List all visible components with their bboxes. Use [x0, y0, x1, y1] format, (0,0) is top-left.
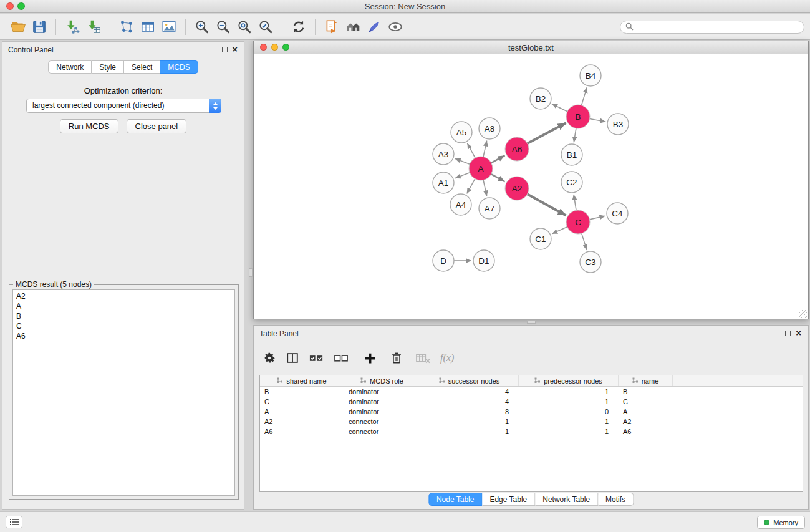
close-table-panel-icon[interactable]: × — [796, 327, 801, 339]
graph-node-A5[interactable]: A5 — [451, 122, 472, 143]
graph-node-D1[interactable]: D1 — [473, 250, 494, 271]
delete-row-trash-icon[interactable] — [390, 351, 403, 365]
export-document-icon[interactable] — [321, 17, 342, 37]
table-row[interactable]: A6connector11A6 — [260, 427, 803, 437]
graph-edge-C-C2[interactable] — [574, 195, 576, 210]
add-row-plus-icon[interactable] — [364, 352, 377, 365]
home-icon[interactable] — [342, 17, 364, 37]
graph-edge-A-A7[interactable] — [483, 180, 487, 196]
graph-node-C[interactable]: C — [566, 210, 590, 234]
graph-node-A1[interactable]: A1 — [433, 172, 454, 193]
split-pane-handle-horizontal[interactable] — [527, 320, 536, 324]
table-row[interactable]: A2connector11A2 — [260, 417, 803, 427]
float-table-panel-icon[interactable] — [785, 331, 791, 336]
import-table-from-file-icon[interactable] — [83, 17, 104, 37]
column-header-shared-name[interactable]: shared name — [260, 375, 344, 386]
graph-node-A7[interactable]: A7 — [479, 198, 500, 219]
split-pane-handle-vertical[interactable] — [249, 268, 253, 277]
graph-node-B[interactable]: B — [566, 105, 590, 128]
optimization-criterion-dropdown[interactable]: largest connected component (directed) — [26, 99, 221, 113]
delete-table-icon[interactable] — [415, 351, 431, 365]
graph-edge-C-C1[interactable] — [552, 227, 567, 234]
graph-edge-A-A6[interactable] — [491, 155, 505, 163]
result-item[interactable]: A — [13, 301, 234, 311]
graph-edge-B-B4[interactable] — [582, 87, 587, 105]
result-item[interactable]: C — [13, 321, 234, 331]
table-row[interactable]: Adominator80A — [260, 407, 803, 417]
column-chooser-icon[interactable] — [286, 351, 299, 365]
node-table[interactable]: shared name MCDS role successor nodes pr… — [259, 375, 803, 492]
graph-edge-B-B1[interactable] — [574, 128, 576, 143]
tab-edge-table[interactable]: Edge Table — [482, 493, 535, 506]
column-header-predecessor-nodes[interactable]: predecessor nodes — [519, 375, 619, 386]
minimize-network-window-button[interactable] — [271, 44, 278, 51]
tab-motifs[interactable]: Motifs — [598, 493, 634, 506]
graph-edge-A6-B[interactable] — [528, 123, 566, 143]
column-header-name[interactable]: name — [619, 375, 673, 386]
result-item[interactable]: A2 — [13, 291, 234, 301]
search-input[interactable] — [637, 23, 804, 32]
open-file-icon[interactable] — [7, 17, 29, 37]
graph-node-A6[interactable]: A6 — [505, 137, 529, 161]
tab-style[interactable]: Style — [92, 60, 124, 74]
graph-node-C2[interactable]: C2 — [561, 172, 582, 193]
zoom-in-icon[interactable] — [191, 17, 213, 37]
graph-node-A[interactable]: A — [469, 157, 493, 180]
import-network-from-file-icon[interactable] — [62, 17, 83, 37]
search-field[interactable] — [620, 21, 804, 34]
network-graph[interactable]: B4B2BB3A5A8A6B1A3AC2A1A2A4A7C4CC1C3DD1 — [254, 54, 808, 319]
new-table-icon[interactable] — [137, 17, 158, 37]
new-network-icon[interactable] — [116, 17, 137, 37]
close-panel-icon[interactable]: × — [232, 44, 238, 55]
refresh-view-icon[interactable] — [288, 17, 309, 37]
graph-edge-A-A3[interactable] — [455, 158, 470, 164]
function-builder-button[interactable]: f(x) — [440, 352, 454, 364]
graph-edge-A-A2[interactable] — [491, 174, 505, 181]
graph-edge-A-A4[interactable] — [467, 179, 475, 194]
graph-edge-A-A5[interactable] — [467, 143, 475, 158]
graph-node-B3[interactable]: B3 — [607, 114, 629, 135]
close-window-button[interactable] — [6, 2, 14, 10]
graph-node-B4[interactable]: B4 — [580, 65, 601, 86]
network-canvas[interactable]: B4B2BB3A5A8A6B1A3AC2A1A2A4A7C4CC1C3DD1 — [254, 54, 808, 319]
graph-edge-B-B3[interactable] — [590, 119, 606, 122]
show-graphics-details-eye-icon[interactable] — [385, 17, 406, 37]
zoom-selected-icon[interactable] — [255, 17, 276, 37]
graph-node-A3[interactable]: A3 — [433, 143, 454, 165]
graph-node-C4[interactable]: C4 — [607, 203, 628, 224]
graph-node-D[interactable]: D — [433, 250, 454, 271]
graph-node-C3[interactable]: C3 — [580, 251, 601, 273]
export-image-icon[interactable] — [158, 17, 180, 37]
window-resize-grip[interactable] — [799, 310, 808, 318]
save-session-icon[interactable] — [29, 17, 50, 37]
graph-edge-B-B2[interactable] — [552, 104, 567, 112]
tab-network[interactable]: Network — [48, 60, 92, 74]
tab-mcds[interactable]: MCDS — [160, 60, 198, 74]
run-mcds-button[interactable]: Run MCDS — [60, 119, 118, 133]
close-network-window-button[interactable] — [260, 44, 267, 51]
zoom-network-window-button[interactable] — [282, 44, 289, 51]
result-item[interactable]: B — [13, 311, 234, 321]
zoom-window-button[interactable] — [17, 2, 25, 10]
annotation-pen-icon[interactable] — [364, 17, 385, 37]
select-all-columns-icon[interactable] — [309, 351, 324, 365]
mcds-result-list[interactable]: A2ABCA6 — [12, 289, 235, 496]
graph-node-A4[interactable]: A4 — [450, 194, 471, 215]
column-header-mcds-role[interactable]: MCDS role — [344, 375, 420, 386]
task-history-button[interactable] — [6, 516, 22, 528]
tab-network-table[interactable]: Network Table — [535, 493, 598, 506]
graph-node-A8[interactable]: A8 — [479, 118, 500, 139]
column-header-successor-nodes[interactable]: successor nodes — [420, 375, 519, 386]
tab-select[interactable]: Select — [124, 60, 160, 74]
graph-edge-C-C4[interactable] — [590, 216, 605, 220]
deselect-all-columns-icon[interactable] — [334, 351, 349, 365]
graph-node-B1[interactable]: B1 — [561, 144, 582, 165]
network-window-titlebar[interactable]: testGlobe.txt — [254, 41, 808, 54]
table-row[interactable]: Bdominator41B — [260, 387, 803, 397]
tab-node-table[interactable]: Node Table — [428, 493, 483, 506]
graph-edge-A-A8[interactable] — [483, 141, 487, 157]
graph-node-B2[interactable]: B2 — [530, 88, 551, 109]
close-panel-button[interactable]: Close panel — [127, 119, 187, 133]
memory-button[interactable]: Memory — [757, 516, 805, 529]
zoom-fit-icon[interactable] — [234, 17, 255, 37]
